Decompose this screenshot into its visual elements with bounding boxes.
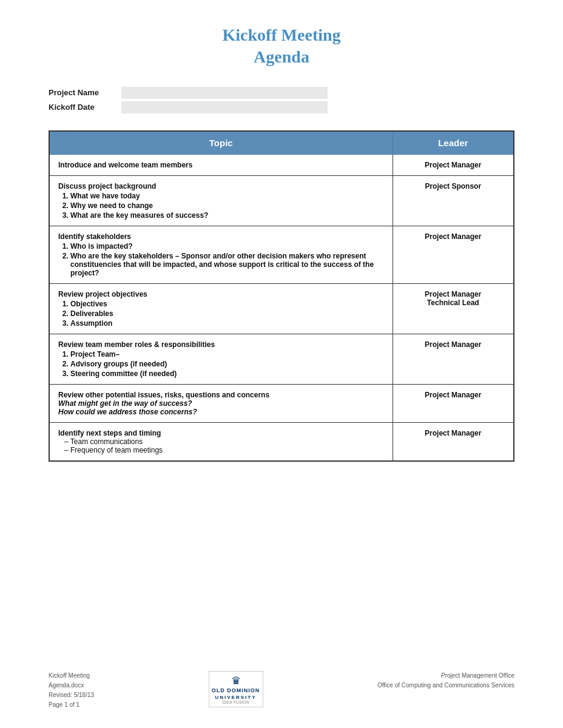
project-name-row: Project Name <box>49 87 514 99</box>
topic-cell-4: Review team member roles & responsibilit… <box>49 334 393 384</box>
topic-cell-6: Identify next steps and timingTeam commu… <box>49 422 393 461</box>
table-row: Review team member roles & responsibilit… <box>49 334 514 384</box>
kickoff-date-label: Kickoff Date <box>49 103 115 112</box>
kickoff-date-row: Kickoff Date <box>49 101 514 113</box>
topic-cell-2: Identify stakeholdersWho is impacted?Who… <box>49 226 393 283</box>
table-row: Identify next steps and timingTeam commu… <box>49 422 514 461</box>
footer-logo: ♛ OLD DOMINION UNIVERSITY IDEA FUSION <box>209 671 263 707</box>
footer-right: Project Management OfficeOffice of Compu… <box>377 671 514 690</box>
leader-cell-2: Project Manager <box>393 226 514 283</box>
agenda-table: Topic Leader Introduce and welcome team … <box>49 130 514 462</box>
leader-cell-4: Project Manager <box>393 334 514 384</box>
table-row: Review project objectivesObjectivesDeliv… <box>49 283 514 334</box>
table-row: Review other potential issues, risks, qu… <box>49 384 514 422</box>
logo-name: OLD DOMINION UNIVERSITY <box>212 687 260 701</box>
leader-cell-6: Project Manager <box>393 422 514 461</box>
table-row: Identify stakeholdersWho is impacted?Who… <box>49 226 514 283</box>
project-name-input[interactable] <box>121 87 328 99</box>
leader-cell-5: Project Manager <box>393 384 514 422</box>
leader-cell-3: Project ManagerTechnical Lead <box>393 283 514 334</box>
table-row: Introduce and welcome team membersProjec… <box>49 154 514 175</box>
project-name-label: Project Name <box>49 88 115 97</box>
page-title: Kickoff Meeting Agenda <box>49 24 514 69</box>
topic-cell-5: Review other potential issues, risks, qu… <box>49 384 393 422</box>
footer-left: Kickoff MeetingAgenda.docxRevised: 5/18/… <box>49 671 94 710</box>
project-info-section: Project Name Kickoff Date <box>49 87 514 113</box>
table-row: Discuss project backgroundWhat we have t… <box>49 175 514 226</box>
logo-tag: IDEA FUSION <box>222 700 249 704</box>
leader-cell-0: Project Manager <box>393 154 514 175</box>
col-leader-header: Leader <box>393 131 514 155</box>
topic-cell-3: Review project objectivesObjectivesDeliv… <box>49 283 393 334</box>
topic-cell-0: Introduce and welcome team members <box>49 154 393 175</box>
footer: Kickoff MeetingAgenda.docxRevised: 5/18/… <box>49 665 514 710</box>
topic-cell-1: Discuss project backgroundWhat we have t… <box>49 175 393 226</box>
col-topic-header: Topic <box>49 131 393 155</box>
leader-cell-1: Project Sponsor <box>393 175 514 226</box>
kickoff-date-input[interactable] <box>121 101 328 113</box>
